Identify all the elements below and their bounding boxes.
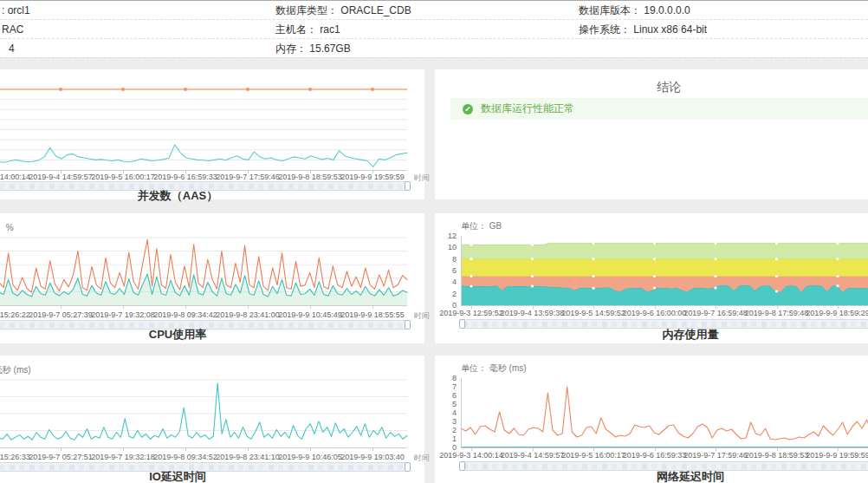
chart-title: 并发数（AAS） — [138, 188, 217, 204]
y-tick-label: 1 — [434, 434, 457, 443]
x-tick-label: 2019-9-8 18:59:53 — [745, 451, 809, 460]
cpu-plot — [0, 238, 407, 305]
io-plot — [0, 380, 407, 447]
x-tick — [533, 448, 534, 451]
y-tick-label: 10 — [434, 243, 457, 251]
x-tick-label: 2019-9-7 05:27:39 — [29, 310, 93, 319]
conclusion-item: ✔ 数据库运行性能正常 — [450, 98, 868, 120]
x-tick — [838, 448, 839, 451]
x-tick — [310, 448, 311, 451]
x-tick-label: 2019-9-5 16:00:17 — [561, 451, 625, 460]
x-tick-label: 2019-9-4 13:59:38 — [501, 309, 565, 317]
x-tick-label: 2019-9-8 17:59:48 — [745, 309, 809, 317]
x-axis-line — [461, 447, 868, 448]
x-tick — [471, 306, 472, 309]
x-tick — [838, 306, 839, 309]
x-tick — [655, 448, 656, 451]
conclusion-title: 结论 — [435, 80, 868, 95]
rac-value: RAC — [2, 23, 23, 36]
network-plot — [461, 378, 868, 447]
y-tick-label: 8 — [434, 255, 457, 264]
zoom-handle-right[interactable] — [405, 181, 411, 191]
header-row-3: 4 内存： 15.67GB — [0, 39, 868, 58]
zoom-handle-right[interactable] — [405, 462, 411, 472]
io-chart-panel: 单位： 毫秒 (ms) 2019-9-6 15:26:332019-9-7 05… — [0, 356, 424, 483]
x-tick-label: 2019-9-9 19:59:59 — [806, 451, 868, 460]
time-axis-label: 时间 — [414, 453, 430, 464]
x-tick-label: 2019-9-7 05:27:51 — [29, 453, 93, 461]
x-tick-label: 2019-9-7 17:59:46 — [683, 451, 748, 460]
x-tick — [716, 306, 716, 309]
x-tick-label: 2019-9-3 14:00:14 — [0, 173, 30, 181]
os-field: 操作系统： Linux x86 64-bit — [579, 22, 707, 36]
aas-plot — [0, 89, 407, 170]
x-tick — [310, 171, 311, 173]
db-info-header: : orcl1 数据库类型： ORACLE_CDB 数据库版本： 19.0.0.… — [0, 0, 868, 57]
x-tick — [593, 306, 594, 309]
y-tick-label: 0 — [434, 301, 457, 310]
x-tick — [593, 448, 594, 451]
network-series-svg — [461, 378, 868, 448]
header-row-2: RAC 主机名： rac1 操作系统： Linux x86 64-bit — [0, 20, 868, 39]
unit-label: 单位： % — [0, 222, 14, 234]
db-type-field: 数据库类型： ORACLE_CDB — [275, 3, 411, 17]
x-tick-label: 2019-9-6 16:59:33 — [623, 451, 687, 460]
time-axis-label: 时间 — [414, 173, 430, 184]
y-tick-label: 5 — [434, 400, 457, 408]
x-tick-label: 2019-9-7 19:32:08 — [91, 310, 155, 319]
x-tick — [777, 306, 778, 309]
x-tick-label: 2019-9-8 23:41:00 — [216, 310, 280, 319]
zoom-handle-left[interactable] — [459, 319, 465, 329]
y-tick-label: 12 — [434, 232, 457, 240]
y-tick-label: 6 — [434, 391, 457, 400]
time-axis-label: 时间 — [414, 310, 430, 322]
y-tick-label: 7 — [434, 382, 457, 391]
x-tick — [61, 306, 62, 309]
y-axis-line — [461, 378, 462, 447]
check-circle-icon: ✔ — [463, 104, 473, 114]
y-tick-label: 3 — [434, 417, 457, 426]
x-tick-label: 2019-9-5 14:59:52 — [561, 309, 625, 317]
x-tick-label: 2019-9-8 09:34:42 — [153, 310, 217, 319]
zoom-handle-right[interactable] — [405, 320, 411, 330]
x-tick-label: 2019-9-7 16:59:48 — [683, 309, 748, 317]
x-tick-label: 2019-9-9 18:55:55 — [340, 310, 405, 319]
x-tick-label: 2019-9-6 15:26:33 — [0, 453, 30, 461]
y-tick-label: 0 — [434, 443, 457, 452]
x-tick-label: 2019-9-4 14:59:57 — [501, 451, 565, 460]
y-tick-label: 2 — [434, 290, 457, 298]
x-tick-label: 2019-9-9 19:59:59 — [340, 173, 405, 181]
x-tick — [372, 171, 373, 173]
db-name-value: : orcl1 — [2, 4, 30, 16]
unit-label: 单位： 毫秒 (ms) — [461, 362, 527, 375]
y-tick-label: 6 — [434, 266, 457, 275]
x-tick-label: 2019-9-4 14:59:57 — [29, 173, 93, 181]
io-series-svg — [0, 380, 407, 448]
header-row-1: : orcl1 数据库类型： ORACLE_CDB 数据库版本： 19.0.0.… — [0, 1, 868, 20]
chart-title: IO延迟时间 — [149, 469, 206, 483]
y-tick-label: 4 — [434, 408, 457, 417]
x-tick — [185, 306, 186, 309]
memory-chart-panel: 单位： GB 2019-9-3 12:59:522019-9-4 13:59:3… — [435, 213, 868, 343]
x-tick — [777, 448, 778, 451]
x-axis-line — [461, 305, 868, 306]
x-tick — [310, 306, 311, 309]
memory-series-svg — [461, 236, 868, 306]
dashboard-viewport: : orcl1 数据库类型： ORACLE_CDB 数据库版本： 19.0.0.… — [0, 0, 868, 483]
x-tick — [248, 171, 249, 173]
unit-label: 单位： GB — [461, 220, 502, 232]
network-chart-panel: 单位： 毫秒 (ms) 2019-9-3 14:00:142019-9-4 14… — [435, 356, 868, 483]
x-tick — [123, 171, 124, 173]
x-tick-label: 2019-9-6 16:00:00 — [623, 309, 687, 317]
x-tick-label: 2019-9-9 19:03:40 — [340, 453, 405, 461]
chart-title: CPU使用率 — [149, 327, 206, 343]
zoom-handle-left[interactable] — [459, 461, 465, 471]
x-tick — [185, 171, 186, 173]
memory-plot — [461, 236, 868, 305]
x-tick — [123, 448, 124, 451]
db-version-field: 数据库版本： 19.0.0.0.0 — [579, 3, 690, 17]
x-tick — [372, 448, 373, 451]
cpu-series-svg — [0, 238, 407, 306]
x-tick — [61, 171, 62, 173]
x-tick — [185, 448, 186, 451]
